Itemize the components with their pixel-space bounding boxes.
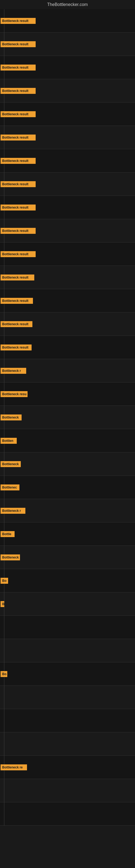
result-bar: Bottleneck result [0,17,36,25]
bar-row [0,709,135,733]
result-bar: Bottleneck result [0,157,36,165]
result-bar: Bottleneck result [0,343,32,351]
bar-row: Bottleneck [0,453,135,476]
vertical-line [4,733,4,756]
result-bar: Bottleneck result [0,273,34,282]
result-bar: Bottleneck [0,460,21,468]
result-label: Bottleneck result [1,205,36,211]
vertical-line [4,639,4,662]
bar-row [0,616,135,639]
result-bar: Bottleneck resu [0,390,28,398]
result-bar: Bottleneck [0,553,20,561]
bar-row: Bottleneck result [0,102,135,126]
bar-row: Bottleneck result [0,289,135,312]
vertical-line [4,779,4,802]
result-label: Bottlen [1,438,17,444]
result-label: Bottleneck result [1,228,36,234]
result-label: Bottleneck result [1,251,36,257]
bar-row: Bottleneck resu [0,382,135,406]
bar-row: Bottleneck [0,406,135,429]
result-bar: Bottleneck result [0,227,36,235]
result-bar: Bottleneck result [0,204,36,212]
bars-container: Bottleneck resultBottleneck resultBottle… [0,9,135,826]
bar-row: Bottlen [0,429,135,453]
result-label: Bottle [1,531,14,537]
bar-row: B [0,592,135,616]
bar-row: Bottleneck result [0,312,135,336]
bar-row: Bottleneck result [0,9,135,33]
result-bar: Bottleneck result [0,40,36,48]
result-label: Bottleneck r [1,508,26,514]
result-label: Bottleneck result [1,18,36,24]
result-bar: Bottleneck result [0,87,36,95]
vertical-line [4,616,4,639]
bar-row: Bottleneck re [0,756,135,779]
bar-row: Bottleneck result [0,149,135,173]
result-label: Bottleneck result [1,111,36,117]
vertical-line [4,709,4,733]
bar-row: Bottleneck result [0,79,135,102]
result-label: Bo [1,578,8,584]
bar-row: Bottleneck r [0,499,135,522]
bar-row [0,779,135,802]
bar-row: Bottlenec [0,476,135,499]
bar-row: Bottleneck [0,546,135,569]
result-label: Bottleneck result [1,275,34,280]
bar-row [0,802,135,826]
result-bar: Bo [0,577,8,585]
result-label: Bottleneck result [1,88,36,94]
bar-row: Bottleneck result [0,33,135,56]
vertical-line [4,686,4,709]
result-label: Bottleneck result [1,181,36,187]
result-bar: B [0,600,4,608]
result-bar: Bottleneck result [0,297,33,305]
bar-row [0,733,135,756]
bar-row [0,639,135,662]
result-bar: Bottle [0,530,14,538]
result-bar: Bottleneck result [0,110,36,118]
result-label: Bo [1,671,7,677]
result-bar: Bottleneck result [0,320,32,328]
bar-row: Bottleneck result [0,219,135,243]
result-label: Bottleneck [1,414,21,421]
result-bar: Bottleneck result [0,250,36,258]
bar-row: Bottleneck result [0,243,135,266]
bar-row: Bottleneck result [0,173,135,196]
result-bar: Bottleneck r [0,507,26,515]
result-label: Bottleneck result [1,65,36,70]
bar-row: Bo [0,662,135,686]
result-label: Bottleneck result [1,344,32,350]
result-label: Bottlenec [1,485,19,490]
bar-row: Bottle [0,522,135,546]
result-label: Bottleneck r [1,368,26,374]
result-label: Bottleneck resu [1,391,28,397]
bar-row: Bottleneck result [0,56,135,79]
result-label: Bottleneck result [1,41,36,47]
result-label: Bottleneck result [1,158,36,164]
result-label: Bottleneck [1,554,20,560]
result-bar: Bottlenec [0,484,19,492]
result-label: Bottleneck result [1,298,33,304]
bar-row: Bottleneck result [0,336,135,359]
result-label: Bottleneck result [1,134,36,141]
result-bar: Bottlen [0,437,17,445]
result-label: Bottleneck [1,461,21,467]
result-label: Bottleneck result [1,321,32,327]
bar-row: Bottleneck r [0,359,135,382]
result-bar: Bottleneck result [0,180,36,188]
site-title: TheBottlenecker.com [0,0,135,9]
bar-row: Bottleneck result [0,266,135,289]
bar-row: Bo [0,569,135,592]
bar-row [0,686,135,709]
result-bar: Bottleneck result [0,63,36,72]
result-bar: Bottleneck re [0,763,27,771]
bar-row: Bottleneck result [0,126,135,149]
result-bar: Bo [0,670,7,678]
result-label: Bottleneck re [1,764,27,770]
result-bar: Bottleneck r [0,367,26,375]
result-label: B [1,601,4,607]
vertical-line [4,802,4,826]
bar-row: Bottleneck result [0,196,135,219]
result-bar: Bottleneck result [0,133,36,142]
result-bar: Bottleneck [0,413,21,422]
